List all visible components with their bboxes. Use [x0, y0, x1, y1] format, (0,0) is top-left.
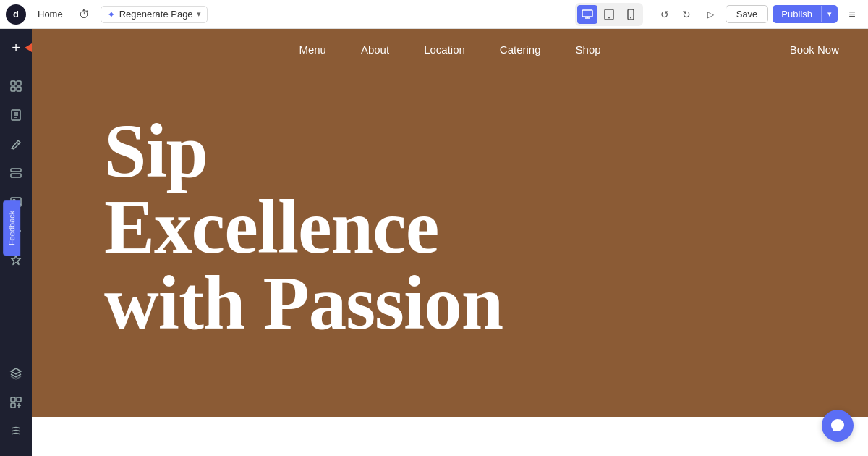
svg-rect-22	[17, 397, 21, 402]
sidebar-sections-button[interactable]	[3, 160, 29, 186]
svg-rect-7	[11, 81, 15, 85]
regenerate-chevron-icon: ▾	[197, 9, 201, 19]
sidebar-divider	[6, 67, 26, 67]
more-menu-button[interactable]: ≡	[842, 4, 862, 25]
publish-button[interactable]: Publish ▾	[773, 5, 838, 23]
nav-menu-link[interactable]: Menu	[299, 43, 326, 56]
hero-section: Sip Excellence with Passion	[32, 69, 868, 417]
svg-rect-17	[11, 174, 21, 177]
undo-button[interactable]: ↺	[655, 4, 675, 25]
canvas-area[interactable]: Menu About Location Catering Shop Book N…	[32, 29, 868, 456]
add-element-button[interactable]: +	[3, 35, 29, 61]
sidebar-pages-button[interactable]	[3, 102, 29, 128]
nav-catering-link[interactable]: Catering	[500, 43, 541, 56]
website-preview: Menu About Location Catering Shop Book N…	[32, 29, 868, 456]
svg-rect-23	[11, 403, 15, 408]
hero-title: Sip Excellence with Passion	[104, 113, 503, 341]
main-layout: +	[0, 29, 868, 456]
preview-button[interactable]: ▷	[701, 4, 721, 25]
svg-line-15	[17, 142, 19, 144]
top-toolbar: d Home document.querySelector('.topbar-h…	[0, 0, 868, 29]
history-icon[interactable]: ⏱	[75, 4, 95, 25]
sidebar-misc-button[interactable]	[3, 418, 29, 444]
redo-button[interactable]: ↻	[676, 4, 697, 25]
sidebar-layers-button[interactable]	[3, 360, 29, 387]
nav-location-link[interactable]: Location	[424, 43, 465, 56]
tablet-view-button[interactable]	[599, 5, 619, 24]
svg-rect-16	[11, 169, 21, 172]
nav-about-link[interactable]: About	[361, 43, 389, 56]
desktop-view-button[interactable]	[577, 5, 597, 24]
mobile-view-button[interactable]	[621, 5, 641, 24]
app-logo[interactable]: d	[6, 4, 26, 25]
nav-book-now-link[interactable]: Book Now	[790, 43, 839, 56]
sidebar-components-button[interactable]	[3, 389, 29, 415]
hero-title-line3: with Passion	[104, 261, 503, 345]
hero-title-line2: Excellence	[104, 185, 438, 269]
regenerate-button[interactable]: ✦ Regenerate Page ▾	[101, 6, 208, 23]
hero-title-line1: Sip	[104, 109, 208, 193]
regenerate-icon: ✦	[107, 9, 116, 20]
support-chat-button[interactable]	[822, 410, 854, 442]
add-icon: +	[12, 40, 20, 56]
nav-shop-link[interactable]: Shop	[576, 43, 601, 56]
svg-rect-9	[11, 87, 15, 91]
regenerate-label: Regenerate Page	[119, 9, 193, 20]
publish-label: Publish	[773, 5, 821, 23]
svg-rect-0	[582, 10, 592, 17]
save-button[interactable]: Save	[726, 5, 769, 23]
publish-chevron-icon[interactable]: ▾	[821, 6, 838, 22]
svg-rect-10	[17, 87, 21, 91]
device-switcher	[575, 3, 643, 26]
add-element-container: +	[3, 35, 29, 61]
nav-links: Menu About Location Catering Shop	[61, 43, 839, 56]
home-tab[interactable]: Home	[32, 7, 69, 22]
svg-rect-8	[17, 81, 21, 85]
svg-rect-21	[11, 397, 15, 402]
sidebar-blocks-button[interactable]	[3, 73, 29, 99]
site-navbar: Menu About Location Catering Shop Book N…	[32, 29, 868, 69]
sidebar-bottom	[3, 360, 29, 450]
feedback-tab[interactable]: Feedback	[3, 200, 20, 256]
sidebar-design-button[interactable]	[3, 131, 29, 157]
toolbar-actions: ↺ ↻ ▷ Save Publish ▾ ≡	[655, 4, 862, 25]
